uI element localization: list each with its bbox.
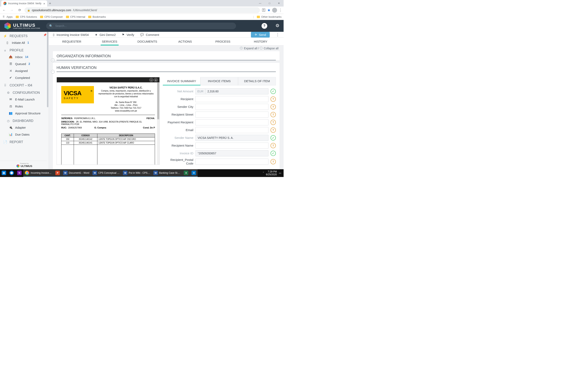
tab-history[interactable]: HISTORY: [242, 38, 279, 45]
status-help-icon[interactable]: ?: [270, 104, 276, 109]
close-window-icon[interactable]: ✕: [274, 0, 284, 7]
taskbar-word[interactable]: WBanking Case Study...: [152, 169, 182, 177]
section-toggle-icon[interactable]: +: [51, 58, 55, 62]
payment-recipient-field[interactable]: [195, 119, 268, 125]
send-button[interactable]: ✈Send: [251, 32, 270, 38]
bookmark-item[interactable]: CPS Solutions: [16, 15, 37, 18]
field-label: Payment Recipient: [163, 120, 193, 124]
app-logo[interactable]: ULTIMUS COMPOSED PROCESS SOLUTIONS: [4, 22, 40, 29]
tab-requester[interactable]: REQUESTER: [53, 38, 91, 45]
apps-shortcut[interactable]: ⠿Apps: [2, 15, 13, 18]
status-ok-icon[interactable]: ✓: [270, 135, 276, 141]
status-help-icon[interactable]: ?: [270, 120, 276, 125]
search-field[interactable]: 🔍: [46, 23, 236, 29]
key-icon[interactable]: ⚿: [262, 8, 266, 12]
sb-section-cockpit[interactable]: ⠿COCKPIT – I04: [0, 81, 49, 89]
taskbar-chrome[interactable]: Incoming Invoice S...: [23, 169, 54, 177]
email-field[interactable]: [195, 127, 268, 133]
form-tab-items[interactable]: INVOICE ITEMS: [200, 77, 238, 85]
folder-icon: [40, 16, 43, 18]
sb-email-launch[interactable]: ✉E-Mail Launch: [0, 96, 49, 103]
status-help-icon[interactable]: ?: [270, 159, 276, 164]
expand-all-button[interactable]: + Expand all: [240, 47, 257, 50]
section-toggle-icon[interactable]: −: [51, 70, 55, 74]
taskbar-word[interactable]: WDocument1 - Word: [61, 169, 91, 177]
sb-section-dashboard[interactable]: ◷DASHBOARD: [0, 117, 49, 124]
gear-icon[interactable]: ⚙: [276, 23, 279, 29]
zoom-out-icon[interactable]: −: [149, 78, 153, 82]
status-ok-icon[interactable]: ✓: [270, 89, 276, 94]
status-help-icon[interactable]: ?: [270, 143, 276, 148]
browser-tab[interactable]: Incoming Invoice SW04: Verify ×: [1, 0, 47, 7]
notification-icon[interactable]: ▭: [279, 172, 281, 175]
sb-rules[interactable]: ⚖Rules: [0, 103, 49, 110]
sb-section-report[interactable]: 📄REPORT: [0, 138, 49, 145]
sb-due-dates[interactable]: 📊Due Dates: [0, 131, 49, 138]
sb-approval-structure[interactable]: 👥Approval Structure: [0, 110, 49, 117]
sb-section-configuration[interactable]: ⚙CONFIGURATION: [0, 89, 49, 96]
profile-icon[interactable]: [272, 8, 277, 13]
onenote-button[interactable]: N: [16, 169, 23, 177]
sb-section-requests[interactable]: ⚡REQUESTS: [0, 32, 49, 39]
forward-icon[interactable]: →: [9, 7, 15, 13]
sidebar-scrollbar[interactable]: [47, 32, 48, 107]
recipient-field[interactable]: [195, 96, 268, 102]
close-icon[interactable]: ×: [43, 2, 45, 5]
bookmark-item[interactable]: CPS Internal: [66, 15, 85, 18]
url-input[interactable]: 🔒 cpssolutions03.ultimuscps.com/UltimusW…: [25, 7, 260, 13]
taskbar-word[interactable]: WPut in Wiki - CPS In...: [121, 169, 152, 177]
stack-icon: ☰: [9, 62, 13, 66]
other-bookmarks[interactable]: Other bookmarks: [257, 15, 282, 18]
comment-button[interactable]: 💬Comment: [140, 33, 159, 36]
pin-icon[interactable]: 📌: [43, 33, 47, 36]
status-help-icon[interactable]: ?: [270, 112, 276, 117]
kebab-icon[interactable]: ⋮: [276, 33, 279, 37]
sb-queued[interactable]: ☰Queued2: [0, 60, 49, 67]
new-tab-button[interactable]: +: [47, 0, 53, 7]
collapse-all-button[interactable]: − Collapse all: [260, 47, 278, 50]
sb-section-profile[interactable]: ≡PROFILE: [0, 46, 49, 53]
sb-inbox[interactable]: 📥Inbox14: [0, 53, 49, 60]
document-page[interactable]: VICSA ® SAFETY VICSA SAFETY PERÚ S.A.C. …: [57, 82, 159, 165]
tab-process[interactable]: PROCESS: [204, 38, 242, 45]
sb-assigned[interactable]: ⤮Assigned: [0, 67, 49, 74]
form-tab-summary[interactable]: INVOICE SUMMARY: [163, 77, 200, 85]
taskbar-powerpoint[interactable]: P: [54, 169, 61, 177]
status-help-icon[interactable]: ?: [270, 96, 276, 102]
reload-icon[interactable]: ⟳: [17, 7, 22, 13]
doc-scrollbar[interactable]: [157, 83, 159, 119]
search-input[interactable]: [55, 24, 233, 27]
sb-initiate-all[interactable]: ▯Initiate All1: [0, 39, 49, 46]
minimize-icon[interactable]: —: [255, 0, 265, 7]
taskbar-excel[interactable]: X: [182, 169, 190, 177]
recipient-name-field[interactable]: [195, 142, 268, 149]
recipient-postal-field[interactable]: [195, 159, 268, 165]
tab-actions[interactable]: ACTIONS: [166, 38, 204, 45]
back-icon[interactable]: ←: [1, 7, 7, 13]
section-org-info: +ORGANIZATION INFORMATION: [53, 51, 279, 60]
bookmark-item[interactable]: CPS Composer: [40, 15, 63, 18]
menu-icon[interactable]: ⋮: [279, 8, 282, 12]
clock[interactable]: 7:29 PM6/25/2020: [266, 170, 277, 176]
recipient-street-field[interactable]: [195, 111, 268, 118]
sender-city-field[interactable]: [195, 104, 268, 110]
zoom-in-icon[interactable]: +: [154, 78, 158, 82]
cortana-button[interactable]: [8, 169, 16, 177]
tab-documents[interactable]: DOCUMENTS: [129, 38, 166, 45]
system-tray[interactable]: ˄: [263, 172, 264, 175]
maximize-icon[interactable]: □: [265, 0, 274, 7]
chevron-up-icon[interactable]: ˄: [263, 172, 264, 175]
sb-completed[interactable]: ✔Completed: [0, 74, 49, 81]
app-header: ULTIMUS COMPOSED PROCESS SOLUTIONS 🔍 ? ⚙: [0, 20, 284, 32]
star-icon[interactable]: ★: [267, 8, 270, 12]
help-icon[interactable]: ?: [261, 23, 267, 29]
tab-services[interactable]: SERVICES: [91, 38, 129, 45]
start-button[interactable]: ⊞: [0, 169, 8, 177]
taskbar-word[interactable]: WCPS Conceptual Ov...: [91, 169, 121, 177]
sb-adapter[interactable]: 🔌Adapter: [0, 124, 49, 131]
taskbar-outlook[interactable]: O: [190, 169, 198, 177]
bookmark-item[interactable]: Bookmarks: [88, 15, 106, 18]
status-ok-icon[interactable]: ✓: [270, 151, 276, 156]
form-tab-details[interactable]: DETAILS OF ITEM: [238, 77, 276, 85]
status-help-icon[interactable]: ?: [270, 127, 276, 133]
